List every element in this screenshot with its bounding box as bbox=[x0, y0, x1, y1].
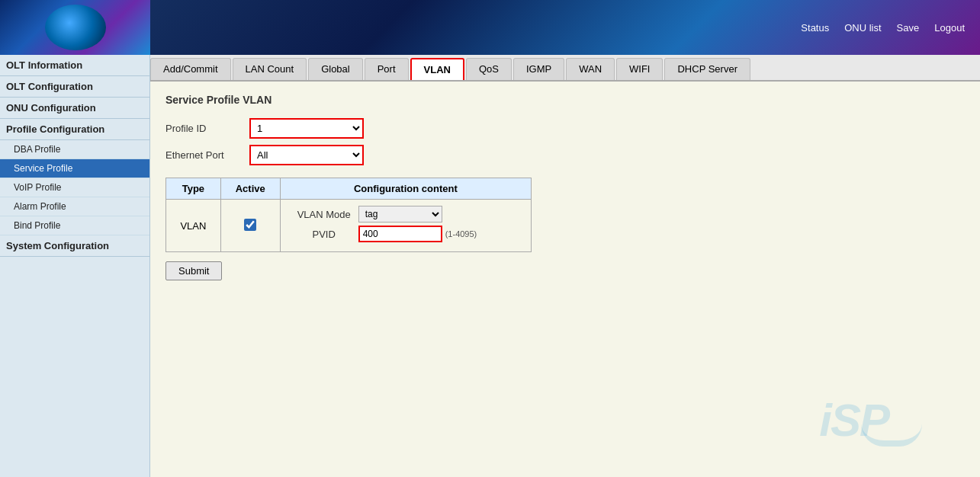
pvid-row: PVID (1-4095) bbox=[290, 226, 522, 242]
pvid-hint: (1-4095) bbox=[445, 229, 477, 238]
col-config: Configuration content bbox=[280, 178, 531, 200]
vlan-mode-select[interactable]: tag transparent translate bbox=[358, 206, 442, 222]
vlan-type-cell: VLAN bbox=[166, 200, 221, 252]
tab-global[interactable]: Global bbox=[308, 58, 363, 80]
sidebar-item-voip-profile[interactable]: VoIP Profile bbox=[0, 178, 149, 197]
logo bbox=[0, 0, 150, 55]
sidebar-item-onu-configuration[interactable]: ONU Configuration bbox=[0, 98, 149, 119]
tab-wifi[interactable]: WIFI bbox=[616, 58, 663, 80]
ethernet-port-select[interactable]: All 1 2 3 4 bbox=[249, 145, 364, 165]
vlan-config-cell: VLAN Mode tag transparent translate PVID bbox=[280, 200, 531, 252]
watermark-arc bbox=[861, 424, 922, 447]
tab-port[interactable]: Port bbox=[365, 58, 409, 80]
tab-bar: Add/Commit LAN Count Global Port VLAN Qo… bbox=[150, 55, 980, 82]
watermark: iSP bbox=[819, 394, 888, 447]
col-active: Active bbox=[220, 178, 280, 200]
logout-link[interactable]: Logout bbox=[934, 22, 965, 34]
col-type: Type bbox=[166, 178, 221, 200]
tab-qos[interactable]: QoS bbox=[466, 58, 512, 80]
status-link[interactable]: Status bbox=[801, 22, 829, 34]
top-header: Status ONU list Save Logout bbox=[0, 0, 980, 55]
table-row: VLAN VLAN Mode tag transparent translate bbox=[166, 200, 532, 252]
sidebar-item-dba-profile[interactable]: DBA Profile bbox=[0, 140, 149, 159]
sidebar-item-system-configuration[interactable]: System Configuration bbox=[0, 235, 149, 257]
sidebar-item-olt-configuration[interactable]: OLT Configuration bbox=[0, 76, 149, 98]
submit-button[interactable]: Submit bbox=[165, 261, 222, 280]
profile-id-select[interactable]: 1 2 3 bbox=[249, 118, 364, 139]
ethernet-port-label: Ethernet Port bbox=[165, 149, 249, 161]
globe-icon bbox=[45, 5, 106, 50]
tab-add-commit[interactable]: Add/Commit bbox=[150, 58, 231, 80]
tab-wan[interactable]: WAN bbox=[566, 58, 615, 80]
page-title: Service Profile VLAN bbox=[165, 94, 965, 106]
tab-dhcp-server[interactable]: DHCP Server bbox=[664, 58, 750, 80]
main-layout: OLT Information OLT Configuration ONU Co… bbox=[0, 55, 980, 477]
tab-igmp[interactable]: IGMP bbox=[513, 58, 564, 80]
sidebar-item-alarm-profile[interactable]: Alarm Profile bbox=[0, 197, 149, 216]
vlan-active-cell bbox=[220, 200, 280, 252]
tab-vlan[interactable]: VLAN bbox=[410, 58, 464, 80]
main-content: Service Profile VLAN Profile ID 1 2 3 Et… bbox=[150, 82, 980, 477]
profile-id-label: Profile ID bbox=[165, 123, 249, 134]
ethernet-port-row: Ethernet Port All 1 2 3 4 bbox=[165, 145, 965, 165]
vlan-mode-label: VLAN Mode bbox=[290, 209, 358, 220]
save-link[interactable]: Save bbox=[897, 22, 920, 34]
sidebar: OLT Information OLT Configuration ONU Co… bbox=[0, 55, 150, 477]
vlan-active-checkbox[interactable] bbox=[244, 219, 256, 231]
config-table: Type Active Configuration content VLAN bbox=[165, 178, 532, 252]
content-area: Add/Commit LAN Count Global Port VLAN Qo… bbox=[150, 55, 980, 477]
sidebar-item-profile-configuration[interactable]: Profile Configuration bbox=[0, 119, 149, 140]
vlan-mode-row: VLAN Mode tag transparent translate bbox=[290, 206, 522, 222]
sidebar-item-service-profile[interactable]: Service Profile bbox=[0, 159, 149, 178]
top-nav-links: Status ONU list Save Logout bbox=[801, 22, 965, 34]
sidebar-item-bind-profile[interactable]: Bind Profile bbox=[0, 216, 149, 235]
pvid-label: PVID bbox=[290, 229, 358, 240]
onu-list-link[interactable]: ONU list bbox=[844, 22, 881, 34]
sidebar-item-olt-information[interactable]: OLT Information bbox=[0, 55, 149, 76]
pvid-input[interactable] bbox=[358, 226, 442, 242]
tab-lan-count[interactable]: LAN Count bbox=[233, 58, 307, 80]
profile-id-row: Profile ID 1 2 3 bbox=[165, 118, 965, 139]
